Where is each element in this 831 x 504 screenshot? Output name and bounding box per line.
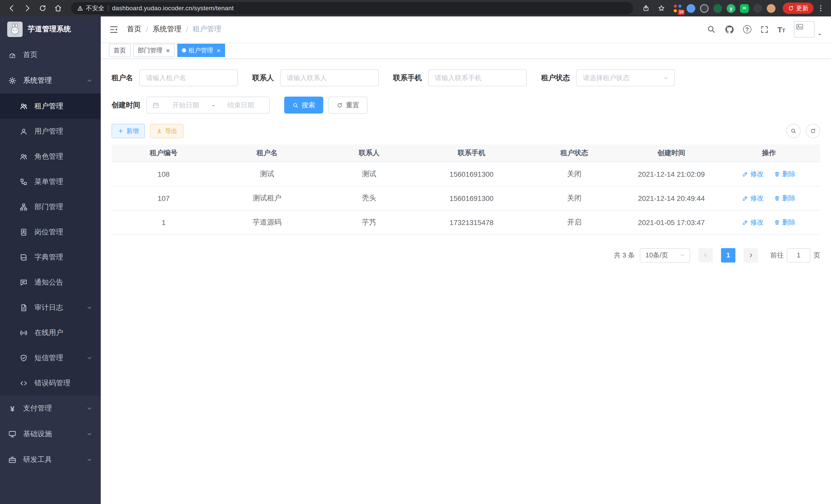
user-icon <box>20 127 28 136</box>
url-text[interactable]: dashboard.yudao.iocoder.cn/system/tenant <box>112 5 234 12</box>
sidebar-item-dept[interactable]: 部门管理 <box>0 194 101 219</box>
sidebar-item-payment[interactable]: ¥ 支付管理 <box>0 395 101 421</box>
column-header: 租户状态 <box>523 144 625 162</box>
extension-icon-2[interactable] <box>687 4 695 12</box>
toggle-search-button[interactable] <box>786 124 801 138</box>
tab-tenant[interactable]: 租户管理 × <box>177 44 225 57</box>
user-avatar-menu[interactable] <box>794 21 823 37</box>
extension-icon-3[interactable] <box>700 4 709 12</box>
extension-icon-1[interactable]: 10 <box>673 4 682 12</box>
export-button[interactable]: 导出 <box>150 124 183 138</box>
yen-icon: ¥ <box>8 404 17 413</box>
cell-created: 2021-12-14 21:02:09 <box>625 162 717 186</box>
logo-row[interactable]: 芋道管理系统 <box>0 17 101 42</box>
browser-menu-icon[interactable] <box>815 2 826 15</box>
phone-input[interactable] <box>428 69 527 86</box>
prev-page-button[interactable] <box>698 248 713 262</box>
delete-button[interactable]: 删除 <box>774 217 796 227</box>
extension-icon-5[interactable]: y <box>727 4 736 12</box>
sidebar-item-menu[interactable]: 菜单管理 <box>0 169 101 194</box>
fullscreen-icon[interactable] <box>760 25 769 34</box>
sidebar-item-infra[interactable]: 基础设施 <box>0 421 101 447</box>
date-range-picker[interactable]: 开始日期 - 结束日期 <box>146 97 270 114</box>
font-size-icon[interactable]: TT <box>777 25 785 33</box>
site-security-chip[interactable]: 不安全 <box>77 4 104 12</box>
delete-button[interactable]: 删除 <box>774 194 796 203</box>
button-label: 新增 <box>126 127 139 136</box>
header-search-icon[interactable] <box>706 25 716 34</box>
status-select[interactable]: 请选择租户状态 <box>576 69 675 86</box>
reload-icon[interactable] <box>36 2 49 15</box>
goto-page-input[interactable] <box>787 248 810 262</box>
sidebar-item-error-code[interactable]: 错误码管理 <box>0 370 101 395</box>
extension-icon-7[interactable] <box>753 4 762 12</box>
sidebar-item-user[interactable]: 用户管理 <box>0 119 101 144</box>
column-header: 租户名 <box>216 144 318 162</box>
delete-button[interactable]: 删除 <box>774 169 796 179</box>
close-icon[interactable]: × <box>166 47 170 54</box>
sidebar-item-label: 岗位管理 <box>34 227 63 237</box>
help-icon[interactable]: ? <box>743 25 751 33</box>
sidebar-item-tenant[interactable]: 租户管理 <box>0 93 101 119</box>
notice-icon <box>20 278 28 287</box>
address-bar[interactable]: 不安全 dashboard.yudao.iocoder.cn/system/te… <box>71 2 633 14</box>
edit-button[interactable]: 修改 <box>742 169 764 179</box>
tab-dept[interactable]: 部门管理 × <box>133 44 174 57</box>
sidebar-item-dev-tools[interactable]: 研发工具 <box>0 447 101 473</box>
page-number-button[interactable]: 1 <box>721 248 736 262</box>
edit-button[interactable]: 修改 <box>742 194 764 203</box>
sidebar-item-label: 部门管理 <box>34 202 63 211</box>
breadcrumb-item[interactable]: 首页 <box>127 25 141 34</box>
table-row: 108 测试 测试 15601691300 关闭 2021-12-14 21:0… <box>112 162 820 186</box>
sidebar-item-label: 审计日志 <box>34 303 63 312</box>
github-icon[interactable] <box>724 24 734 34</box>
sidebar-item-dict[interactable]: 字典管理 <box>0 244 101 270</box>
contact-input[interactable] <box>280 69 379 86</box>
sidebar-collapse-icon[interactable] <box>109 24 119 34</box>
sidebar-item-audit-log[interactable]: 审计日志 <box>0 295 101 320</box>
sidebar-item-label: 基础设施 <box>23 429 52 439</box>
extension-icon-8[interactable] <box>767 4 775 12</box>
chevron-down-icon <box>663 75 669 81</box>
sidebar-item-notice[interactable]: 通知公告 <box>0 270 101 295</box>
reset-button[interactable]: 重置 <box>328 97 368 114</box>
edit-button[interactable]: 修改 <box>742 217 764 227</box>
tab-home[interactable]: 首页 <box>109 44 131 57</box>
add-button[interactable]: 新增 <box>112 124 145 138</box>
refresh-table-button[interactable] <box>806 124 820 138</box>
sidebar-item-role[interactable]: 角色管理 <box>0 144 101 169</box>
extension-icon-4[interactable] <box>713 4 722 12</box>
share-icon[interactable] <box>639 2 653 15</box>
close-icon[interactable]: × <box>217 47 221 54</box>
sidebar-item-post[interactable]: 岗位管理 <box>0 219 101 244</box>
back-icon[interactable] <box>5 2 19 15</box>
column-header: 创建时间 <box>625 144 717 162</box>
sidebar-item-label: 用户管理 <box>34 127 63 136</box>
extension-icon-6[interactable]: ✉ <box>740 4 749 12</box>
breadcrumb-item[interactable]: 系统管理 <box>153 25 181 34</box>
sidebar-item-system[interactable]: 系统管理 <box>0 68 101 93</box>
goto-label: 前往 <box>770 250 784 260</box>
breadcrumb-current: 租户管理 <box>193 25 222 34</box>
action-label: 删除 <box>782 194 796 203</box>
sidebar-item-online-user[interactable]: 在线用户 <box>0 320 101 345</box>
page-size-select[interactable]: 10条/页 <box>640 248 690 262</box>
forward-icon[interactable] <box>21 2 34 15</box>
chevron-down-icon <box>679 252 686 258</box>
home-icon[interactable] <box>51 2 65 15</box>
sidebar-item-sms[interactable]: 短信管理 <box>0 345 101 370</box>
app-shell: 芋道管理系统 首页 系统管理 租户管理 用户管理 <box>0 17 831 504</box>
sidebar-item-home[interactable]: 首页 <box>0 42 101 68</box>
sidebar-item-label: 支付管理 <box>23 404 52 413</box>
search-button[interactable]: 搜索 <box>284 97 323 114</box>
pagination: 共 3 条 10条/页 1 前往 页 <box>112 248 820 262</box>
browser-update-button[interactable]: 更新 <box>783 3 813 14</box>
bookmark-star-icon[interactable] <box>655 2 668 15</box>
menu-tree-icon <box>20 178 28 186</box>
action-label: 修改 <box>750 194 764 203</box>
tenant-name-input[interactable] <box>139 69 238 86</box>
cell-actions: 修改 删除 <box>717 162 820 186</box>
dashboard-icon <box>8 51 17 59</box>
next-page-button[interactable] <box>744 248 758 262</box>
action-label: 删除 <box>782 169 796 179</box>
